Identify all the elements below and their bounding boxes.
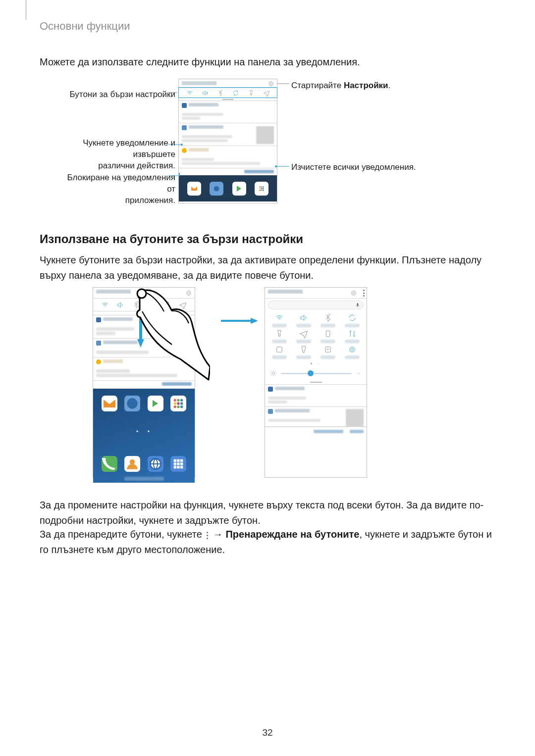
svg-point-51 (272, 372, 275, 375)
drag-handle (265, 380, 367, 385)
apps-grid-icon (170, 396, 186, 411)
svg-point-18 (127, 398, 138, 408)
clear-notifications-strip (265, 427, 367, 436)
browser-app-icon (124, 396, 140, 411)
sound-icon (116, 301, 124, 309)
dock (93, 456, 195, 472)
browser-app-icon (210, 182, 223, 196)
mail-app-icon (102, 396, 117, 411)
svg-marker-41 (137, 339, 144, 348)
data-icon (348, 329, 357, 338)
wifi-icon (275, 313, 284, 322)
dock (179, 175, 277, 202)
svg-rect-34 (174, 462, 176, 465)
svg-point-23 (177, 402, 179, 404)
gear-icon (351, 290, 357, 296)
sound-icon (299, 313, 308, 322)
callout-tap-notification: Чукнете уведомление и извършете различни… (52, 138, 175, 172)
sound-icon (202, 90, 209, 97)
bluetooth-icon (217, 90, 224, 97)
svg-point-20 (177, 399, 179, 402)
play-store-icon (232, 182, 246, 196)
svg-point-8 (261, 190, 263, 191)
svg-rect-32 (177, 459, 179, 462)
svg-rect-39 (180, 466, 183, 468)
svg-rect-43 (221, 320, 252, 322)
svg-rect-33 (180, 459, 183, 462)
svg-point-4 (260, 188, 261, 189)
callout-launch-settings: Стартирайте Настройки. (291, 80, 390, 92)
svg-rect-31 (174, 459, 176, 462)
svg-point-22 (174, 402, 176, 404)
gear-icon (268, 81, 274, 87)
svg-point-21 (180, 399, 183, 402)
svg-rect-36 (180, 462, 183, 465)
rotation-icon (348, 313, 357, 322)
brightness-icon (270, 370, 277, 377)
status-bar (265, 288, 367, 299)
airplane-icon (299, 329, 308, 338)
svg-point-5 (261, 188, 263, 189)
page-number: 32 (0, 727, 535, 738)
swipe-down-arrow-icon (137, 305, 144, 348)
phone-mockup-panel (178, 79, 277, 203)
svg-point-28 (130, 459, 135, 465)
page-header: Основни функции (40, 20, 130, 33)
callout-block-notifications: Блокиране на уведомления от приложения. (56, 172, 175, 206)
status-bar (93, 288, 195, 299)
svg-point-27 (180, 405, 183, 408)
rotation-icon (148, 301, 156, 309)
bluetooth-icon (323, 313, 332, 322)
quick-settings-row (179, 88, 277, 98)
home-screen: • • (93, 389, 195, 483)
location-icon (348, 345, 357, 354)
svg-point-9 (263, 190, 264, 191)
phone-mockup-after: • · (265, 287, 367, 478)
svg-point-25 (174, 405, 176, 408)
svg-point-1 (260, 186, 261, 188)
wifi-icon (101, 301, 109, 309)
change-settings-paragraph: За да промените настройки на функция, чу… (40, 498, 495, 528)
svg-marker-44 (251, 318, 258, 324)
browser-app-icon (148, 456, 163, 472)
rotation-icon (232, 90, 239, 97)
section-heading: Използване на бутоните за бързи настройк… (40, 232, 303, 246)
callout-quick-settings-buttons: Бутони за бързи настройки (70, 89, 175, 101)
contacts-app-icon (124, 456, 140, 472)
svg-point-49 (351, 349, 354, 351)
svg-point-6 (263, 188, 264, 189)
gear-icon (186, 290, 192, 296)
svg-point-7 (260, 190, 261, 191)
power-saving-icon (299, 345, 308, 354)
flashlight-icon (275, 329, 284, 338)
callout-clear-all: Изчистете всички уведомления. (291, 162, 450, 173)
clear-notifications-strip (93, 381, 195, 389)
svg-point-3 (263, 186, 264, 188)
notification-item (265, 385, 367, 407)
svg-rect-38 (177, 466, 179, 468)
transition-arrow-icon (221, 318, 258, 324)
reorder-buttons-paragraph: За да пренаредите бутони, чукнете → Прен… (40, 527, 495, 557)
flashlight-icon (163, 301, 171, 309)
notification-panel-diagram: Бутони за бързи настройки Стартирайте На… (0, 79, 535, 222)
wifi-icon (186, 90, 193, 97)
airplane-icon (263, 90, 270, 97)
mail-app-icon (187, 182, 201, 196)
swipe-down-diagram: • • (0, 287, 535, 485)
airplane-icon (179, 301, 187, 309)
svg-rect-35 (177, 462, 179, 465)
svg-point-50 (350, 347, 355, 353)
flashlight-icon (248, 90, 255, 97)
svg-rect-46 (326, 331, 330, 337)
more-icon (363, 290, 365, 297)
notification-item (179, 101, 277, 123)
phone-app-icon (102, 456, 117, 472)
section-paragraph: Чукнете бутоните за бързи настройки, за … (40, 252, 495, 283)
svg-rect-47 (276, 347, 282, 353)
svg-rect-45 (357, 303, 359, 305)
notification-item (93, 357, 195, 381)
performance-icon (323, 345, 332, 354)
svg-point-2 (261, 186, 263, 188)
svg-point-0 (214, 186, 219, 191)
status-bar (179, 79, 277, 88)
